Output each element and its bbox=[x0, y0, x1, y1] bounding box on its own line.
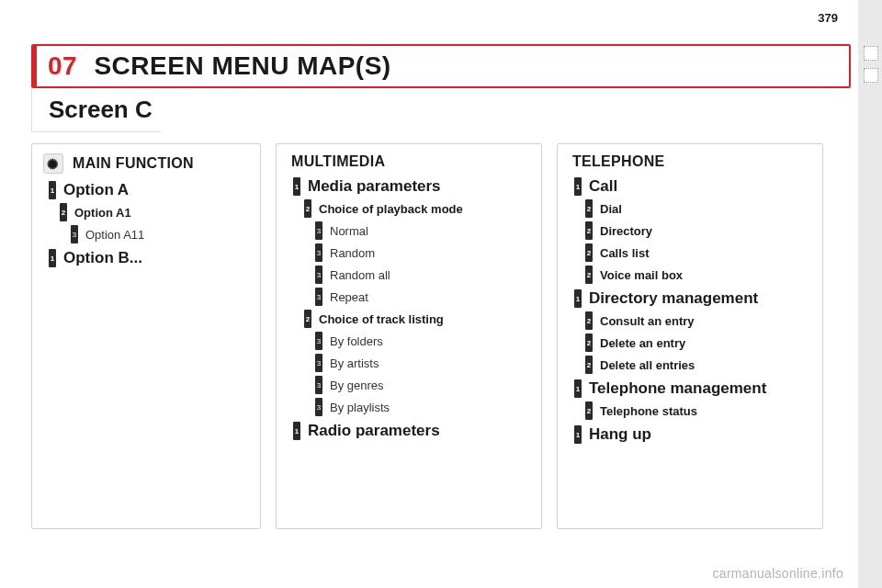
watermark: carmanualsonline.info bbox=[713, 566, 844, 581]
tel-hang-up: Hang up bbox=[589, 425, 651, 444]
telephone-status: Telephone status bbox=[600, 404, 697, 418]
bullet-icon: 2 bbox=[585, 266, 593, 284]
section-tab: Screen C bbox=[31, 88, 851, 132]
bullet-icon: 3 bbox=[71, 225, 78, 243]
option-a: Option A bbox=[63, 181, 129, 199]
playback-random-all: Random all bbox=[330, 268, 390, 282]
panel-main-function: ✺ MAIN FUNCTION 1Option A 2Option A1 3Op… bbox=[31, 143, 261, 529]
bullet-icon: 3 bbox=[315, 354, 322, 372]
radio-parameters: Radio parameters bbox=[308, 422, 440, 440]
panel-telephone: TELEPHONE 1Call 2Dial 2Directory 2Calls … bbox=[557, 143, 823, 529]
dir-consult: Consult an entry bbox=[600, 314, 695, 328]
option-a11: Option A11 bbox=[85, 228, 144, 242]
side-marker-dot bbox=[864, 46, 878, 61]
bullet-icon: 2 bbox=[585, 311, 593, 330]
playback-repeat: Repeat bbox=[330, 290, 368, 304]
tel-calls-list: Calls list bbox=[600, 246, 649, 260]
tel-directory: Directory bbox=[600, 224, 652, 238]
bullet-icon: 2 bbox=[60, 203, 67, 221]
chapter-number: 07 bbox=[48, 51, 77, 80]
bullet-icon: 2 bbox=[585, 334, 593, 352]
bullet-icon: 1 bbox=[293, 177, 300, 196]
panel-title-main: MAIN FUNCTION bbox=[73, 155, 194, 172]
bullet-icon: 1 bbox=[293, 422, 300, 440]
track-by-playlists: By playlists bbox=[330, 401, 390, 414]
bullet-icon: 2 bbox=[304, 199, 311, 218]
gear-icon: ✺ bbox=[43, 153, 63, 174]
tel-call: Call bbox=[589, 177, 617, 196]
chapter-title: SCREEN MENU MAP(S) bbox=[94, 51, 390, 80]
tel-voicemail: Voice mail box bbox=[600, 268, 683, 282]
option-a1: Option A1 bbox=[74, 206, 131, 220]
panel-multimedia: MULTIMEDIA 1Media parameters 2Choice of … bbox=[276, 143, 542, 529]
choice-playback: Choice of playback mode bbox=[319, 202, 463, 216]
directory-management: Directory management bbox=[589, 289, 758, 308]
side-marker-dot bbox=[864, 68, 878, 83]
bullet-icon: 2 bbox=[585, 356, 593, 374]
bullet-icon: 2 bbox=[585, 221, 593, 240]
bullet-icon: 2 bbox=[585, 199, 593, 218]
bullet-icon: 3 bbox=[315, 376, 322, 394]
bullet-icon: 3 bbox=[315, 243, 322, 262]
bullet-icon: 3 bbox=[315, 266, 322, 284]
choice-track-listing: Choice of track listing bbox=[319, 312, 444, 326]
bullet-icon: 2 bbox=[585, 401, 593, 420]
bullet-icon: 3 bbox=[315, 221, 322, 240]
bullet-icon: 3 bbox=[315, 332, 322, 350]
page-number: 379 bbox=[818, 11, 838, 25]
bullet-icon: 3 bbox=[315, 398, 322, 416]
panel-title-multimedia: MULTIMEDIA bbox=[291, 153, 530, 170]
media-parameters: Media parameters bbox=[308, 177, 441, 196]
panel-title-telephone: TELEPHONE bbox=[572, 153, 811, 170]
bullet-icon: 1 bbox=[574, 289, 582, 308]
option-b: Option B... bbox=[63, 249, 142, 267]
telephone-management: Telephone management bbox=[589, 379, 766, 398]
side-margin-strip bbox=[858, 0, 882, 588]
track-by-genres: By genres bbox=[330, 379, 384, 392]
playback-normal: Normal bbox=[330, 224, 368, 238]
bullet-icon: 2 bbox=[585, 243, 593, 262]
bullet-icon: 1 bbox=[574, 425, 582, 444]
bullet-icon: 1 bbox=[574, 379, 582, 398]
bullet-icon: 2 bbox=[304, 310, 311, 328]
dir-delete: Delete an entry bbox=[600, 336, 685, 350]
playback-random: Random bbox=[330, 246, 375, 260]
section-title: Screen C bbox=[31, 88, 181, 132]
tel-dial: Dial bbox=[600, 202, 622, 216]
bullet-icon: 3 bbox=[315, 288, 322, 306]
track-by-folders: By folders bbox=[330, 334, 383, 348]
track-by-artists: By artists bbox=[330, 356, 379, 370]
bullet-icon: 1 bbox=[49, 249, 56, 267]
bullet-icon: 1 bbox=[574, 177, 582, 196]
chapter-title-bar: 07 SCREEN MENU MAP(S) bbox=[31, 44, 851, 88]
dir-delete-all: Delete all entries bbox=[600, 358, 695, 372]
bullet-icon: 1 bbox=[49, 181, 56, 199]
